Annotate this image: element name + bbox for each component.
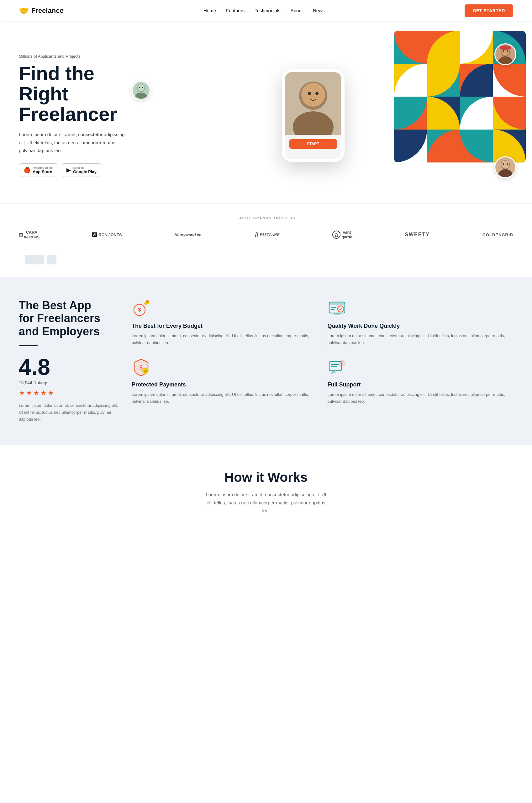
nav-about[interactable]: About <box>291 8 303 13</box>
brand-name-fastlane: FASTLANE <box>260 232 280 237</box>
svg-point-36 <box>142 368 149 374</box>
apple-icon: 🍎 <box>23 167 31 173</box>
brand-name-avant: vantgarde <box>342 230 353 239</box>
how-section: How it Works Lorem ipsum dolor sit amet,… <box>0 445 532 527</box>
trust-section: LARGE BRANDS TRUST US ⊞ CARAINDOORS AI R… <box>0 203 532 277</box>
svg-point-25 <box>507 164 508 165</box>
svg-point-10 <box>502 51 504 52</box>
deco-section <box>19 246 513 264</box>
feature-title-budget: The Best for Every Budget <box>132 323 318 329</box>
svg-point-11 <box>507 51 508 52</box>
feature-desc-budget: Lorem ipsum dolor sit amet, consectetur … <box>132 333 318 346</box>
phone-start-button[interactable]: START <box>289 139 337 149</box>
deco-block-1 <box>25 255 44 264</box>
logo-icon: 🤝 <box>19 6 29 16</box>
svg-point-24 <box>502 164 504 165</box>
rating-subtitle: 15,944 Ratings <box>19 380 119 385</box>
rating-description: Lorem ipsum dolor sit amet, consectetur … <box>19 402 119 423</box>
feature-title-quality: Quality Work Done Quickly <box>328 323 513 329</box>
svg-point-3 <box>301 83 325 107</box>
phone-mockup: START — — — — — — — — — — — — <box>282 69 344 162</box>
svg-text:$: $ <box>139 365 142 371</box>
brand-icon-avant: a <box>332 230 340 239</box>
payments-icon: $ <box>132 358 151 376</box>
svg-point-23 <box>501 161 509 169</box>
get-started-button[interactable]: GET STARTED <box>464 4 513 17</box>
how-title: How it Works <box>19 470 513 485</box>
features-grid: The Best App for Freelancers and Employe… <box>19 299 513 423</box>
features-title: The Best App for Freelancers and Employe… <box>19 299 119 338</box>
avatar-top-right <box>494 43 516 65</box>
hero-visual: START — — — — — — — — — — — — <box>126 40 513 191</box>
phone-screen: START — — — — — — — — — — — — <box>285 72 341 159</box>
nav-home[interactable]: Home <box>204 8 216 13</box>
brand-name-goldengrid: GOLDENGRID <box>482 232 513 237</box>
brand-icon-ron: AI <box>92 232 97 237</box>
features-section: The Best App for Freelancers and Employe… <box>0 277 532 445</box>
brand-name-cara: CARAINDOORS <box>24 230 39 239</box>
brand-avantgarde: a vantgarde <box>332 230 353 239</box>
brand-icon-fastlane: // <box>255 231 258 238</box>
phone-meta-text: — — — — — — — — — — — — <box>289 151 337 154</box>
logo[interactable]: 🤝 Freelance <box>19 6 64 16</box>
feature-desc-payments: Lorem ipsum dolor sit amet, consectetur … <box>132 391 318 405</box>
feature-card-support: ! Full Support Lorem ipsum dolor sit ame… <box>328 358 513 405</box>
svg-point-5 <box>316 92 319 95</box>
brand-fastlane: // FASTLANE <box>255 231 279 238</box>
hero-section: Millions of Applicants and Projects Find… <box>0 21 532 203</box>
navbar: 🤝 Freelance Home Features Testimonials A… <box>0 0 532 21</box>
svg-rect-30 <box>329 302 345 305</box>
budget-icon: $ <box>132 299 151 318</box>
how-description: Lorem ipsum dolor sit amet, consectetur … <box>204 490 329 515</box>
hero-content: Millions of Applicants and Projects Find… <box>19 54 126 177</box>
svg-point-18 <box>139 87 140 88</box>
brand-ron-jones: AI RON JONES <box>92 232 122 237</box>
brands-row: ⊞ CARAINDOORS AI RON JONES Henrywood co.… <box>19 230 513 239</box>
app-store-badge[interactable]: 🍎 Available on the App Store <box>19 164 57 177</box>
brand-sweety: SWEETY <box>405 232 430 238</box>
brand-name-ron: RON JONES <box>98 232 122 237</box>
brand-name-henrywood: Henrywood co. <box>174 232 202 237</box>
svg-text:$: $ <box>138 307 141 313</box>
hero-eyebrow: Millions of Applicants and Projects <box>19 54 126 59</box>
avatar-mid-left <box>132 81 151 100</box>
feature-title-support: Full Support <box>328 381 513 388</box>
support-icon: ! <box>328 358 346 376</box>
feature-card-quality: Quality Work Done Quickly Lorem ipsum do… <box>328 299 513 346</box>
svg-point-17 <box>138 85 145 91</box>
stars: ★★★★★ <box>19 389 119 397</box>
svg-rect-34 <box>334 313 340 315</box>
feature-desc-support: Lorem ipsum dolor sit amet, consectetur … <box>328 391 513 405</box>
play-icon: ▶ <box>66 167 71 173</box>
svg-point-31 <box>338 306 344 312</box>
store-badges: 🍎 Available on the App Store ▶ Get it on… <box>19 164 126 177</box>
svg-point-19 <box>142 87 144 88</box>
google-play-badge[interactable]: ▶ Get it on Google Play <box>62 164 101 177</box>
quality-icon <box>328 299 346 318</box>
app-store-text: Available on the App Store <box>33 166 53 174</box>
feature-cards: $ The Best for Every Budget Lorem ipsum … <box>132 299 513 405</box>
google-play-text: Get it on Google Play <box>73 166 97 174</box>
features-divider <box>19 346 38 346</box>
brand-henrywood: Henrywood co. <box>174 232 202 237</box>
feature-title-payments: Protected Payments <box>132 381 318 388</box>
brand-name-sweety: SWEETY <box>405 232 430 238</box>
avatar-bottom-right <box>494 156 516 178</box>
brand-cara-indoors: ⊞ CARAINDOORS <box>19 230 39 239</box>
brand-goldengrid: GOLDENGRID <box>482 232 513 237</box>
brand-icon-cara: ⊞ <box>19 232 23 238</box>
phone-content: START — — — — — — — — — — — — <box>285 135 341 159</box>
svg-text:!: ! <box>341 361 343 366</box>
logo-text: Freelance <box>31 6 64 15</box>
nav-links: Home Features Testimonials About News <box>204 8 324 14</box>
svg-point-13 <box>500 45 511 50</box>
nav-news[interactable]: News <box>313 8 325 13</box>
features-left: The Best App for Freelancers and Employe… <box>19 299 119 423</box>
phone-profile-image <box>285 72 341 135</box>
feature-card-payments: $ Protected Payments Lorem ipsum dolor s… <box>132 358 318 405</box>
svg-point-4 <box>308 92 311 95</box>
rating-number: 4.8 <box>19 356 119 378</box>
hero-description: Lorem ipsum dolor sit amet, consectetur … <box>19 130 126 155</box>
nav-features[interactable]: Features <box>226 8 245 13</box>
nav-testimonials[interactable]: Testimonials <box>254 8 281 13</box>
